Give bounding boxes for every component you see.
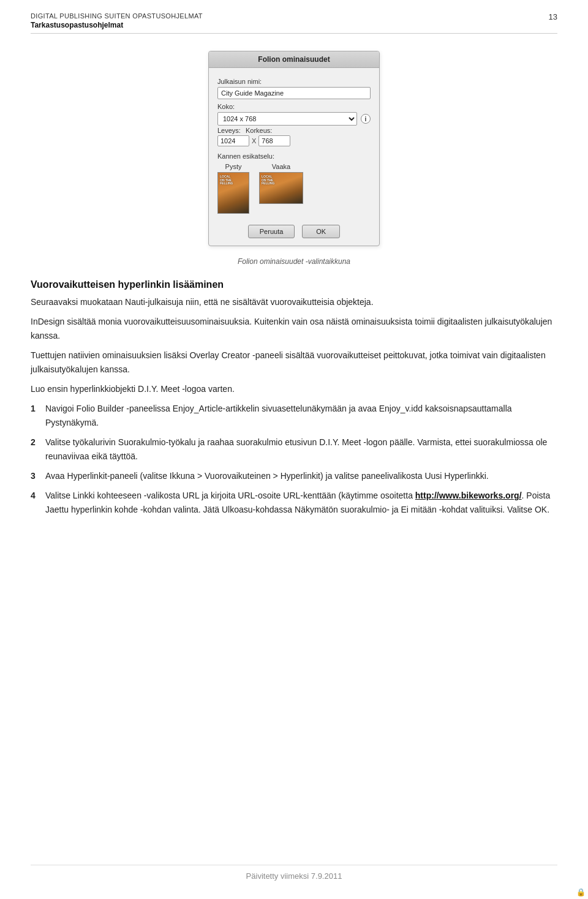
landscape-thumbnail: LOCALON THEFELLING: [259, 172, 303, 204]
dimensions-inputs: X: [217, 135, 371, 146]
publication-name-input[interactable]: [217, 87, 371, 99]
size-select[interactable]: 1024 x 768: [217, 112, 357, 126]
size-label: Koko:: [217, 103, 371, 110]
step-4-text: Valitse Linkki kohteeseen -valikosta URL…: [45, 489, 557, 516]
sub-title: Tarkastusopastusohjelmat: [31, 21, 203, 29]
main-title: DIGITAL PUBLISHING SUITEN OPASTUSOHJELMA…: [31, 12, 203, 20]
page-footer: Päivitetty viimeksi 7.9.2011: [31, 865, 557, 881]
list-item: 3 Avaa Hyperlinkit-paneeli (valitse Ikku…: [31, 469, 557, 483]
preview-label: Kannen esikatselu:: [217, 152, 371, 160]
dialog-body: Julkaisun nimi: Koko: 1024 x 768 i Levey…: [209, 68, 379, 217]
page-header: DIGITAL PUBLISHING SUITEN OPASTUSOHJELMA…: [31, 12, 557, 29]
preview-row: Pysty LOCALON THEFELLING 🔒 Vaaka LOCALON…: [217, 163, 371, 214]
step-3-num: 3: [31, 469, 40, 483]
size-row: 1024 x 768 i: [217, 112, 371, 126]
header-divider: [31, 33, 557, 34]
section-heading: Vuorovaikutteisen hyperlinkin lisääminen: [31, 279, 557, 290]
portrait-thumbnail: LOCALON THEFELLING: [217, 172, 249, 214]
landscape-label: Vaaka: [272, 163, 290, 170]
portrait-thumb-wrap: LOCALON THEFELLING 🔒: [217, 172, 249, 214]
height-input[interactable]: [258, 135, 290, 146]
publication-name-label: Julkaisun nimi:: [217, 78, 371, 85]
intro-paragraph: Seuraavaksi muokataan Nauti-julkaisuja n…: [31, 295, 557, 309]
width-label: Leveys:: [217, 127, 243, 134]
step-3-text: Avaa Hyperlinkit-paneeli (valitse Ikkuna…: [45, 469, 489, 483]
steps-list: 1 Navigoi Folio Builder -paneelissa Enjo…: [31, 402, 557, 516]
step-2-text: Valitse työkalurivin Suorakulmio-työkalu…: [45, 435, 557, 463]
thumb-text-portrait: LOCALON THEFELLING: [220, 175, 233, 186]
height-label: Korkeus:: [246, 127, 272, 134]
dialog-screenshot: Folion ominaisuudet Julkaisun nimi: Koko…: [208, 51, 380, 246]
list-item: 2 Valitse työkalurivin Suorakulmio-työka…: [31, 435, 557, 463]
landscape-thumb-wrap: LOCALON THEFELLING 🔒: [259, 172, 303, 204]
step-1-text: Navigoi Folio Builder -paneelissa Enjoy_…: [45, 402, 557, 429]
page-number: 13: [549, 12, 557, 21]
portrait-label: Pysty: [225, 163, 242, 170]
x-separator: X: [252, 137, 256, 145]
ok-button[interactable]: OK: [302, 225, 340, 238]
portrait-preview: Pysty LOCALON THEFELLING 🔒: [217, 163, 249, 214]
step-4-link[interactable]: http://www.bikeworks.org/: [415, 491, 522, 500]
paragraph-1: InDesign sisältää monia vuorovaikutteisu…: [31, 315, 557, 342]
step-4-num: 4: [31, 489, 40, 516]
dialog-buttons: Peruuta OK: [209, 225, 379, 238]
list-item: 1 Navigoi Folio Builder -paneelissa Enjo…: [31, 402, 557, 429]
lock-icon-landscape: 🔒: [576, 888, 586, 897]
dialog-caption: Folion ominaisuudet -valintaikkuna: [31, 257, 557, 266]
list-item: 4 Valitse Linkki kohteeseen -valikosta U…: [31, 489, 557, 516]
intro-2: Luo ensin hyperlinkkiobjekti D.I.Y. Meet…: [31, 382, 557, 396]
paragraph-2: Tuettujen natiivien ominaisuuksien lisäk…: [31, 348, 557, 376]
step-2-num: 2: [31, 435, 40, 463]
width-input[interactable]: [217, 135, 249, 146]
thumb-text-landscape: LOCALON THEFELLING: [262, 175, 274, 186]
step-1-num: 1: [31, 402, 40, 429]
dialog-titlebar: Folion ominaisuudet: [209, 51, 379, 68]
cancel-button[interactable]: Peruuta: [248, 225, 295, 238]
landscape-preview: Vaaka LOCALON THEFELLING 🔒: [259, 163, 303, 214]
dimensions-row: Leveys: Korkeus:: [217, 127, 371, 134]
info-icon[interactable]: i: [361, 114, 371, 124]
